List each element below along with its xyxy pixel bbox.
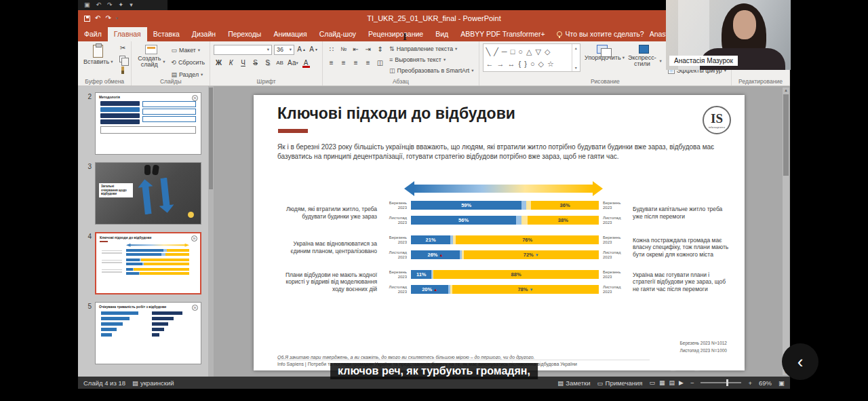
cut-button[interactable]: ✂ [117, 43, 127, 53]
shape-icon-7[interactable]: ◇ [538, 60, 544, 69]
mini-toolbar-icon-1[interactable]: ▣ [84, 2, 90, 8]
character-spacing-button[interactable]: АВ [275, 58, 285, 68]
tab-вид[interactable]: Вид [429, 27, 454, 41]
arrange-button[interactable]: Упорядочить▾ [583, 43, 621, 62]
align-center-button[interactable]: ≡ [338, 58, 349, 68]
shape-icon-1[interactable]: ← [486, 60, 494, 68]
line-spacing-button[interactable]: ⇕ [375, 45, 385, 54]
shapes-gallery[interactable]: ╲╱─□○△▽◇ ←→↔{}○◇☆ ▴▾ [483, 43, 580, 72]
shape-icon-6[interactable]: △ [526, 47, 532, 56]
mini-toolbar-icon-5[interactable]: ▾ [130, 2, 133, 8]
increase-indent-button[interactable]: ⇥ [363, 45, 373, 54]
tab-главная[interactable]: Главная [108, 27, 147, 41]
mini-toolbar-icon-4[interactable]: ✦ [119, 2, 124, 8]
copy-button[interactable] [117, 54, 127, 64]
font-name-combo[interactable]: ▾ [214, 45, 272, 55]
font-size-combo[interactable]: 36▾ [274, 45, 294, 55]
slide-4[interactable]: Ключові підходи до відбудови IS infosapi… [254, 95, 745, 370]
fit-slide-button[interactable]: ▣ [778, 379, 785, 387]
text-direction-button[interactable]: ⇅Направление текста▾ [388, 43, 475, 54]
mini-toolbar-icon-3[interactable]: ↷ [107, 2, 113, 8]
bullets-button[interactable]: ∷ [326, 45, 336, 54]
align-text-button[interactable]: ≡Выровнять текст▾ [388, 54, 475, 64]
slide-thumbnail-4[interactable]: Ключові підходи до відбудовиIS [95, 232, 201, 294]
slide-thumbnail-5[interactable]: Очікувана тривалість робіт з відбудовиIS [95, 302, 201, 364]
shape-icon-3[interactable]: ─ [502, 47, 507, 56]
mini-toolbar-icon-2[interactable]: ↶ [96, 2, 102, 8]
redo-icon[interactable]: ↷ [105, 15, 111, 22]
notes-button[interactable]: ▤Заметки [557, 379, 590, 387]
save-icon[interactable] [84, 16, 90, 22]
canvas-scrollbar[interactable]: ▴ ▾ [783, 88, 789, 375]
shape-icon-8[interactable]: ◇ [545, 47, 550, 56]
numbering-button[interactable]: № [338, 45, 349, 54]
change-case-button[interactable]: Аа▾ [287, 58, 299, 68]
format-painter-button[interactable] [117, 65, 127, 75]
zoom-out-button[interactable]: − [690, 379, 694, 387]
align-text-label: Выровнять текст [395, 56, 441, 63]
shape-icon-5[interactable]: ○ [518, 47, 523, 56]
smartart-button[interactable]: ◫Преобразовать в SmartArt▾ [388, 65, 475, 75]
shape-icon-4[interactable]: { [519, 60, 521, 68]
shape-icon-2[interactable]: ╱ [494, 47, 498, 56]
tell-me-search[interactable]: Что вы хотите сделать? [551, 30, 650, 41]
text-shadow-button[interactable]: S [262, 58, 273, 68]
shape-icon-8[interactable]: ☆ [547, 60, 554, 69]
paste-button[interactable]: Вставить▾ [81, 43, 115, 66]
panel-scrollbar-thumb[interactable] [209, 88, 213, 189]
tab-вставка[interactable]: Вставка [147, 27, 186, 41]
tab-файл[interactable]: Файл [78, 27, 108, 41]
language-button[interactable]: ▤украинский [132, 379, 174, 387]
tab-слайд-шоу[interactable]: Слайд-шоу [313, 27, 362, 41]
tab-дизайн[interactable]: Дизайн [186, 27, 222, 41]
shrink-font-button[interactable]: А▼ [309, 45, 319, 54]
undo-icon[interactable]: ↶ [95, 15, 100, 22]
shape-icon-6[interactable]: ○ [530, 60, 535, 68]
qat-dropdown-icon[interactable]: ▾ [116, 16, 118, 21]
view-mode-button-1[interactable]: ▭ [649, 379, 655, 386]
canvas-scrollbar-thumb[interactable] [783, 94, 789, 176]
zoom-slider[interactable] [701, 382, 741, 383]
columns-button[interactable]: ◫ [375, 58, 385, 68]
strikethrough-button[interactable]: S [250, 58, 260, 68]
share-mini-toolbar[interactable]: ▣↶↷✦▾ [78, 0, 167, 10]
slide-indicator: Слайд 4 из 18 [83, 379, 125, 387]
quick-styles-button[interactable]: Экспресс-стили▾ [624, 43, 663, 69]
zoom-in-button[interactable]: + [748, 379, 752, 387]
tab-анимация[interactable]: Анимация [267, 27, 313, 41]
grow-font-button[interactable]: А▲ [296, 45, 307, 54]
justify-button[interactable]: ≡ [363, 58, 373, 68]
tab-рецензирование[interactable]: Рецензирование [362, 27, 429, 41]
align-left-button[interactable]: ≡ [326, 58, 336, 68]
view-mode-button-3[interactable]: ▤ [669, 379, 675, 386]
align-right-button[interactable]: ≡ [351, 58, 361, 68]
new-slide-button[interactable]: Создать слайд▾ [135, 43, 167, 70]
decrease-indent-button[interactable]: ⇤ [351, 45, 361, 54]
italic-button[interactable]: К [226, 58, 236, 68]
slide-thumbnail-3[interactable]: Загальні очікування щодо відбудови [95, 162, 201, 225]
shape-icon-2[interactable]: → [497, 60, 505, 68]
shape-icon-1[interactable]: ╲ [486, 47, 491, 56]
view-mode-button-2[interactable]: ▦ [659, 379, 665, 386]
shapes-scroll[interactable]: ▴▾ [572, 44, 580, 71]
shape-icon-5[interactable]: } [524, 60, 527, 68]
slide-thumbnail-2[interactable]: МетодологіяIS [95, 92, 201, 155]
layout-button[interactable]: ▭Макет▾ [170, 45, 206, 55]
tab-переходы[interactable]: Переходы [222, 27, 267, 41]
reset-button[interactable]: ⟲Сбросить [170, 57, 206, 67]
shape-icon-3[interactable]: ↔ [508, 60, 515, 68]
panel-scrollbar[interactable] [208, 86, 214, 377]
shape-icon-4[interactable]: □ [511, 47, 515, 56]
zoom-level[interactable]: 69% [759, 379, 772, 387]
underline-button[interactable]: Ч [238, 58, 248, 68]
prev-page-button[interactable]: ‹ [782, 343, 818, 380]
zoom-slider-knob[interactable] [726, 379, 728, 386]
tab-abbyy-pdf-transformer+[interactable]: ABBYY PDF Transformer+ [454, 27, 551, 41]
comments-button[interactable]: ▭Примечания [597, 379, 643, 387]
participant-video-tile[interactable]: Анастасія Мазурок [666, 0, 791, 70]
view-mode-button-4[interactable]: ▶ [679, 379, 684, 386]
shape-icon-7[interactable]: ▽ [535, 47, 540, 56]
font-color-button[interactable]: А [301, 58, 311, 68]
bold-button[interactable]: Ж [214, 58, 224, 68]
scroll-up-icon[interactable]: ▴ [785, 88, 787, 93]
